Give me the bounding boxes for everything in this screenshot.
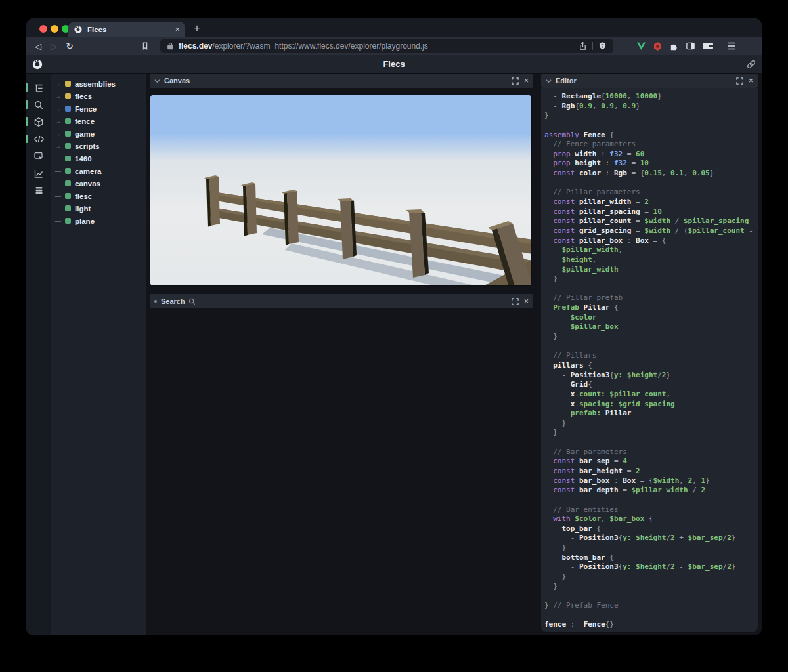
minimize-window-button[interactable] — [51, 25, 58, 33]
tree-item-plane[interactable]: —plane — [51, 215, 146, 227]
expand-icon[interactable] — [512, 77, 519, 85]
tree-item-label: assemblies — [75, 80, 116, 88]
rail-button-tree-icon[interactable] — [26, 79, 51, 96]
link-icon[interactable] — [746, 59, 756, 70]
editor-panel-title: Editor — [556, 77, 577, 85]
url-bar[interactable]: flecs.dev /explorer/?wasm=https://www.fl… — [160, 39, 613, 53]
expand-arrow-icon[interactable]: → — [55, 115, 65, 127]
tree-item-1460[interactable]: —1460 — [51, 152, 146, 165]
rail-button-rows-icon[interactable] — [26, 182, 51, 199]
code-line: // Fence parameters — [544, 140, 755, 150]
brave-shield-icon[interactable] — [598, 41, 607, 51]
tree-item-label: Fence — [75, 105, 97, 113]
close-panel-icon[interactable]: × — [524, 297, 529, 306]
menu-icon[interactable] — [726, 41, 737, 51]
expand-arrow-icon[interactable]: → — [55, 140, 65, 152]
reload-button[interactable]: ↻ — [62, 41, 77, 51]
code-line: const bar_sep = 4 — [544, 457, 755, 467]
forward-button[interactable]: ▷ — [46, 41, 62, 51]
panel-dot-icon[interactable] — [154, 300, 157, 303]
rail-button-chart-icon[interactable] — [26, 165, 51, 182]
sidebar-toggle-icon[interactable] — [685, 41, 695, 51]
hexagon-extension-icon[interactable] — [652, 41, 663, 51]
tree-item-label: light — [75, 205, 91, 213]
search-panel-header[interactable]: Search × — [150, 294, 533, 308]
share-icon[interactable] — [579, 41, 587, 51]
code-area[interactable]: - Rectangle{10000, 10000} - Rgb{0.9, 0.9… — [544, 92, 755, 630]
code-line: $pillar_width — [544, 265, 755, 275]
back-button[interactable]: ◁ — [30, 41, 46, 51]
rows-icon — [34, 186, 44, 195]
vue-devtools-icon[interactable] — [636, 41, 646, 51]
canvas-3d-view[interactable] — [150, 94, 532, 286]
icon-rail — [26, 74, 51, 635]
code-line — [544, 495, 755, 505]
tab-strip: Flecs × + — [26, 18, 762, 37]
code-line: fence :- Fence{} — [544, 620, 755, 630]
close-panel-icon[interactable]: × — [749, 76, 753, 85]
code-line: const pillar_count = $width / $pillar_sp… — [544, 217, 755, 226]
expand-icon[interactable] — [512, 298, 519, 305]
close-window-button[interactable] — [39, 25, 47, 33]
tree-item-canvas[interactable]: —canvas — [51, 177, 146, 190]
tree-item-Fence[interactable]: →Fence — [51, 102, 146, 115]
right-column: Editor × - Rectangle{10000, 10000} - Rgb… — [537, 74, 762, 635]
code-line: prefab: Pillar — [544, 409, 755, 419]
chart-icon — [33, 169, 44, 178]
rail-button-canvas-window-icon[interactable] — [26, 148, 51, 165]
url-domain: flecs.dev — [179, 41, 212, 51]
page-title: Flecs — [26, 59, 762, 69]
tree-item-label: fence — [75, 117, 95, 125]
rail-button-cube-icon[interactable] — [26, 114, 51, 131]
code-line: // Pillar prefab — [544, 293, 755, 303]
expand-arrow-icon[interactable]: → — [55, 102, 65, 115]
center-column: Canvas × — [146, 74, 537, 635]
editor-body[interactable]: - Rectangle{10000, 10000} - Rgb{0.9, 0.9… — [541, 88, 758, 632]
code-line: const pillar_spacing = 10 — [544, 207, 755, 217]
code-line: prop width : f32 = 60 — [544, 150, 755, 159]
tree-item-fence[interactable]: →fence — [51, 115, 146, 127]
tab-title: Flecs — [87, 26, 175, 33]
bookmark-icon[interactable] — [141, 41, 156, 51]
entity-color-square — [65, 81, 71, 87]
lock-icon — [167, 42, 174, 50]
tree-item-flecs[interactable]: →flecs — [51, 90, 146, 102]
tree-item-label: 1460 — [75, 155, 92, 163]
tree-item-assemblies[interactable]: →assemblies — [51, 77, 146, 90]
canvas-panel-header[interactable]: Canvas × — [150, 74, 533, 88]
tree-item-flesc[interactable]: —flesc — [51, 190, 146, 202]
code-line: } — [544, 428, 755, 438]
entity-tree-panel: →assemblies→flecs→Fence→fence→game→scrip… — [51, 74, 146, 635]
wallet-icon[interactable] — [701, 41, 714, 51]
tree-item-label: game — [75, 130, 95, 138]
chevron-down-icon[interactable] — [154, 79, 160, 83]
entity-color-square — [65, 93, 71, 99]
rail-button-search-icon[interactable] — [26, 96, 51, 114]
editor-panel-header[interactable]: Editor × — [541, 74, 758, 88]
expand-icon[interactable] — [736, 77, 743, 85]
code-line: - Position3{y: $height/2} — [544, 371, 755, 381]
browser-tab[interactable]: Flecs × — [68, 22, 185, 37]
expand-arrow-icon[interactable]: → — [55, 90, 65, 102]
close-panel-icon[interactable]: × — [524, 76, 529, 85]
expand-arrow-icon[interactable]: → — [55, 127, 65, 140]
expand-arrow-icon[interactable]: → — [55, 77, 65, 90]
tree-item-game[interactable]: →game — [51, 127, 146, 140]
chevron-down-icon[interactable] — [546, 79, 552, 83]
code-line: x.count: $pillar_count, — [544, 390, 755, 400]
code-line: } — [544, 332, 755, 342]
code-line: with $color, $bar_box { — [544, 514, 755, 524]
search-results-area — [146, 308, 537, 635]
tab-close-icon[interactable]: × — [175, 24, 180, 34]
new-tab-button[interactable]: + — [189, 20, 205, 36]
code-line: } — [544, 543, 755, 553]
tree-item-light[interactable]: —light — [51, 202, 146, 215]
tree-item-camera[interactable]: —camera — [51, 165, 146, 177]
tree-item-scripts[interactable]: →scripts — [51, 140, 146, 152]
rail-button-code-icon[interactable] — [26, 131, 51, 148]
browser-toolbar: ◁ ▷ ↻ flecs.dev /explorer/?wasm=https://… — [26, 37, 762, 55]
code-line: prop height : f32 = 10 — [544, 159, 755, 169]
leaf-dash-icon: — — [55, 177, 65, 190]
extensions-puzzle-icon[interactable] — [668, 41, 679, 51]
active-indicator — [26, 100, 28, 109]
